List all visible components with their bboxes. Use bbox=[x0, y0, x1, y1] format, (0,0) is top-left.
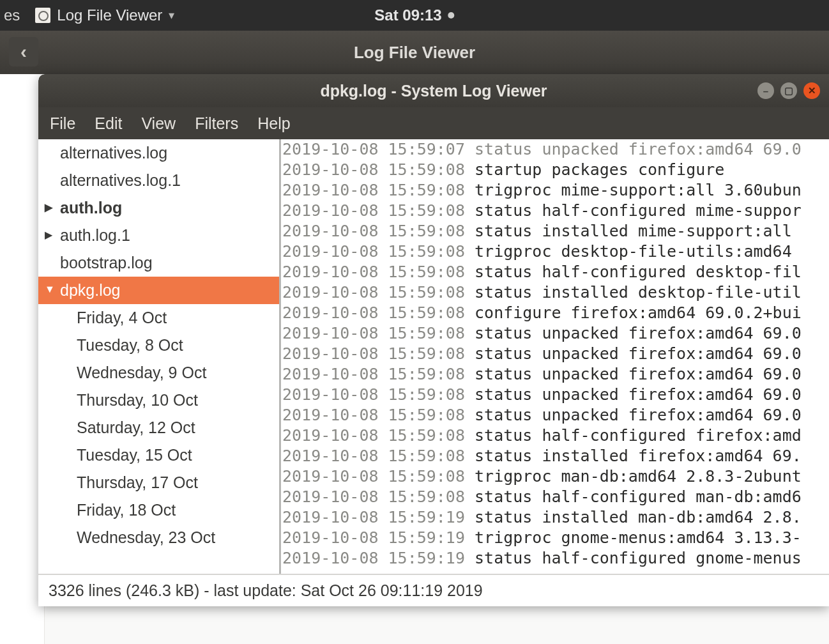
tree-item-label: dpkg.log bbox=[60, 281, 121, 299]
menu-edit[interactable]: Edit bbox=[95, 114, 122, 133]
log-timestamp: 2019-10-08 15:59:08 bbox=[282, 303, 475, 322]
tree-item-auth-log-1[interactable]: auth.log.1 bbox=[38, 222, 279, 249]
app-menu[interactable]: Log File Viewer ▾ bbox=[31, 6, 178, 24]
tree-item-label: alternatives.log.1 bbox=[60, 171, 181, 189]
notification-dot-icon bbox=[448, 12, 455, 19]
log-message: trigproc mime-support:all 3.60ubun bbox=[475, 181, 802, 199]
log-line[interactable]: 2019-10-08 15:59:08 status installed mim… bbox=[281, 221, 829, 241]
tree-child-date[interactable]: Friday, 4 Oct bbox=[38, 304, 279, 332]
log-message: configure firefox:amd64 69.0.2+bui bbox=[475, 303, 802, 322]
tree-child-date[interactable]: Tuesday, 15 Oct bbox=[38, 441, 279, 469]
tree-child-label: Wednesday, 23 Oct bbox=[77, 528, 215, 546]
tree-child-label: Thursday, 10 Oct bbox=[77, 391, 198, 409]
log-line[interactable]: 2019-10-08 15:59:19 trigproc gnome-menus… bbox=[281, 528, 829, 548]
clock-label: Sat 09:13 bbox=[374, 6, 441, 24]
tree-child-date[interactable]: Wednesday, 23 Oct bbox=[38, 524, 279, 551]
menu-filters[interactable]: Filters bbox=[195, 114, 238, 133]
tree-child-label: Saturday, 12 Oct bbox=[77, 418, 195, 436]
log-message: status unpacked firefox:amd64 69.0 bbox=[475, 140, 802, 158]
log-line[interactable]: 2019-10-08 15:59:08 status half-configur… bbox=[281, 425, 829, 446]
log-message: status half-configured mime-suppor bbox=[475, 201, 802, 220]
menu-bar: File Edit View Filters Help bbox=[38, 107, 829, 139]
top-bar-left-fragment: es bbox=[0, 6, 31, 24]
log-line[interactable]: 2019-10-08 15:59:08 status unpacked fire… bbox=[281, 385, 829, 405]
tree-child-label: Friday, 18 Oct bbox=[77, 501, 176, 519]
log-timestamp: 2019-10-08 15:59:07 bbox=[282, 140, 475, 158]
log-timestamp: 2019-10-08 15:59:19 bbox=[282, 528, 475, 547]
log-line[interactable]: 2019-10-08 15:59:08 status half-configur… bbox=[281, 201, 829, 221]
log-message: status installed man-db:amd64 2.8. bbox=[475, 508, 802, 526]
log-content-pane[interactable]: 2019-10-08 15:59:07 status unpacked fire… bbox=[281, 139, 829, 574]
tree-child-date[interactable]: Thursday, 17 Oct bbox=[38, 469, 279, 496]
tree-item-auth-log[interactable]: auth.log bbox=[38, 194, 279, 222]
log-line[interactable]: 2019-10-08 15:59:08 status unpacked fire… bbox=[281, 323, 829, 344]
log-line[interactable]: 2019-10-08 15:59:08 trigproc desktop-fil… bbox=[281, 241, 829, 262]
log-line[interactable]: 2019-10-08 15:59:08 status installed fir… bbox=[281, 446, 829, 466]
log-message: trigproc desktop-file-utils:amd64 bbox=[475, 242, 792, 261]
log-timestamp: 2019-10-08 15:59:08 bbox=[282, 160, 475, 179]
close-icon: ✕ bbox=[808, 85, 816, 96]
tree-item-alternatives-log-1[interactable]: alternatives.log.1 bbox=[38, 167, 279, 194]
tree-item-dpkg-log[interactable]: dpkg.log bbox=[38, 277, 279, 304]
minimize-icon: – bbox=[763, 86, 768, 96]
tree-child-date[interactable]: Wednesday, 9 Oct bbox=[38, 359, 279, 387]
log-line[interactable]: 2019-10-08 15:59:08 status half-configur… bbox=[281, 487, 829, 507]
gnome-top-bar: es Log File Viewer ▾ Sat 09:13 bbox=[0, 0, 829, 31]
log-timestamp: 2019-10-08 15:59:08 bbox=[282, 467, 475, 486]
log-timestamp: 2019-10-08 15:59:08 bbox=[282, 487, 475, 506]
chevron-left-icon: ‹ bbox=[20, 41, 27, 63]
chevron-down-icon: ▾ bbox=[169, 8, 174, 22]
log-line[interactable]: 2019-10-08 15:59:08 trigproc man-db:amd6… bbox=[281, 466, 829, 487]
menu-view[interactable]: View bbox=[141, 114, 176, 133]
log-message: status unpacked firefox:amd64 69.0 bbox=[475, 344, 802, 363]
shell-header-bar: ‹ Log File Viewer bbox=[0, 31, 829, 74]
log-message: status unpacked firefox:amd64 69.0 bbox=[475, 365, 802, 383]
tree-child-label: Tuesday, 15 Oct bbox=[77, 446, 192, 464]
log-message: status unpacked firefox:amd64 69.0 bbox=[475, 406, 802, 424]
log-line[interactable]: 2019-10-08 15:59:19 status half-configur… bbox=[281, 548, 829, 569]
tree-child-date[interactable]: Thursday, 10 Oct bbox=[38, 387, 279, 414]
log-message: startup packages configure bbox=[475, 160, 724, 179]
tree-child-date[interactable]: Friday, 18 Oct bbox=[38, 496, 279, 524]
window-title: dpkg.log - System Log Viewer bbox=[320, 82, 547, 100]
clock[interactable]: Sat 09:13 bbox=[374, 6, 454, 24]
log-message: status half-configured man-db:amd6 bbox=[475, 487, 802, 506]
log-line[interactable]: 2019-10-08 15:59:19 status installed man… bbox=[281, 507, 829, 528]
log-line[interactable]: 2019-10-08 15:59:07 status unpacked fire… bbox=[281, 139, 829, 160]
maximize-button[interactable]: ▢ bbox=[780, 82, 797, 99]
maximize-icon: ▢ bbox=[784, 85, 793, 96]
log-timestamp: 2019-10-08 15:59:08 bbox=[282, 365, 475, 383]
log-file-tree[interactable]: alternatives.log alternatives.log.1 auth… bbox=[38, 139, 281, 574]
tree-item-bootstrap-log[interactable]: bootstrap.log bbox=[38, 249, 279, 277]
log-line[interactable]: 2019-10-08 15:59:08 trigproc mime-suppor… bbox=[281, 180, 829, 201]
log-line[interactable]: 2019-10-08 15:59:08 status unpacked fire… bbox=[281, 364, 829, 385]
back-button[interactable]: ‹ bbox=[9, 37, 38, 66]
log-line[interactable]: 2019-10-08 15:59:08 startup packages con… bbox=[281, 160, 829, 180]
log-line[interactable]: 2019-10-08 15:59:08 status half-configur… bbox=[281, 262, 829, 282]
minimize-button[interactable]: – bbox=[757, 82, 774, 99]
app-menu-label: Log File Viewer bbox=[57, 6, 162, 24]
tree-item-label: alternatives.log bbox=[60, 144, 167, 162]
status-bar: 3326 lines (246.3 kB) - last update: Sat… bbox=[38, 574, 829, 606]
log-line[interactable]: 2019-10-08 15:59:08 configure firefox:am… bbox=[281, 303, 829, 323]
log-timestamp: 2019-10-08 15:59:19 bbox=[282, 508, 475, 526]
log-line[interactable]: 2019-10-08 15:59:08 status unpacked fire… bbox=[281, 405, 829, 425]
tree-item-label: bootstrap.log bbox=[60, 254, 153, 272]
log-line[interactable]: 2019-10-08 15:59:08 status installed des… bbox=[281, 282, 829, 303]
log-line[interactable]: 2019-10-08 15:59:08 status unpacked fire… bbox=[281, 344, 829, 364]
log-timestamp: 2019-10-08 15:59:08 bbox=[282, 406, 475, 424]
log-timestamp: 2019-10-08 15:59:08 bbox=[282, 344, 475, 363]
tree-item-label: auth.log bbox=[60, 199, 122, 217]
tree-child-date[interactable]: Saturday, 12 Oct bbox=[38, 414, 279, 441]
close-button[interactable]: ✕ bbox=[803, 82, 820, 99]
log-timestamp: 2019-10-08 15:59:08 bbox=[282, 263, 475, 281]
log-message: status installed mime-support:all bbox=[475, 222, 792, 240]
log-timestamp: 2019-10-08 15:59:08 bbox=[282, 426, 475, 445]
tree-child-date[interactable]: Tuesday, 8 Oct bbox=[38, 332, 279, 359]
log-timestamp: 2019-10-08 15:59:08 bbox=[282, 447, 475, 465]
menu-help[interactable]: Help bbox=[257, 114, 290, 133]
window-titlebar[interactable]: dpkg.log - System Log Viewer – ▢ ✕ bbox=[38, 74, 829, 107]
tree-child-label: Friday, 4 Oct bbox=[77, 309, 167, 326]
menu-file[interactable]: File bbox=[50, 114, 75, 133]
tree-item-alternatives-log[interactable]: alternatives.log bbox=[38, 139, 279, 167]
